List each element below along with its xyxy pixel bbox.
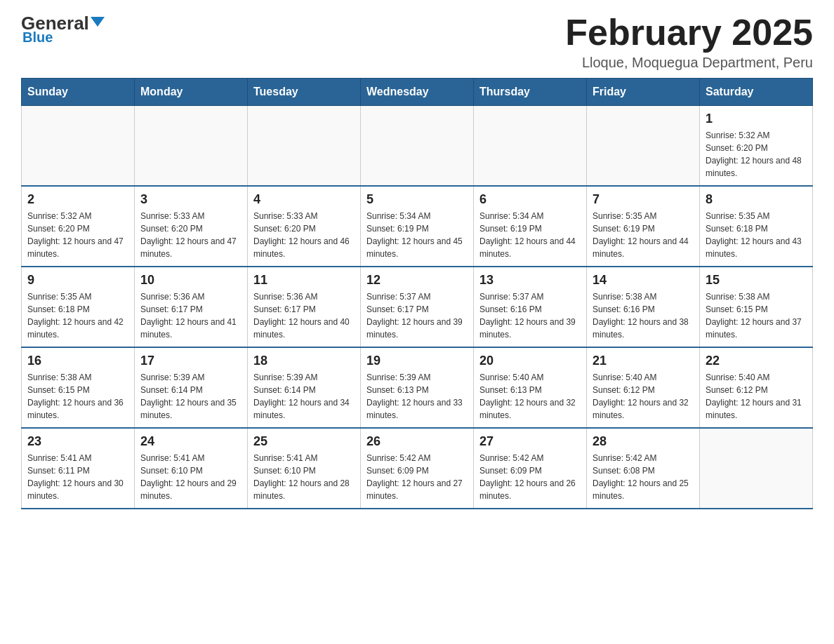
day-number: 12	[366, 273, 468, 288]
calendar-cell: 4Sunrise: 5:33 AMSunset: 6:20 PMDaylight…	[248, 186, 361, 267]
day-number: 9	[27, 273, 128, 288]
day-number: 7	[593, 192, 694, 207]
calendar-cell: 21Sunrise: 5:40 AMSunset: 6:12 PMDayligh…	[587, 347, 700, 428]
day-info: Sunrise: 5:39 AMSunset: 6:14 PMDaylight:…	[253, 371, 355, 422]
day-info: Sunrise: 5:41 AMSunset: 6:10 PMDaylight:…	[253, 452, 355, 502]
day-info: Sunrise: 5:37 AMSunset: 6:17 PMDaylight:…	[366, 290, 468, 341]
day-number: 25	[253, 434, 355, 449]
calendar-cell: 2Sunrise: 5:32 AMSunset: 6:20 PMDaylight…	[22, 186, 135, 267]
calendar-week-5: 23Sunrise: 5:41 AMSunset: 6:11 PMDayligh…	[22, 428, 813, 509]
day-number: 28	[593, 434, 694, 449]
calendar-cell	[587, 106, 700, 187]
calendar-table: SundayMondayTuesdayWednesdayThursdayFrid…	[21, 78, 813, 509]
day-info: Sunrise: 5:40 AMSunset: 6:12 PMDaylight:…	[706, 371, 807, 422]
calendar-cell: 5Sunrise: 5:34 AMSunset: 6:19 PMDaylight…	[361, 186, 474, 267]
day-info: Sunrise: 5:39 AMSunset: 6:14 PMDaylight:…	[140, 371, 241, 422]
calendar-header: SundayMondayTuesdayWednesdayThursdayFrid…	[22, 79, 813, 106]
calendar-cell: 6Sunrise: 5:34 AMSunset: 6:19 PMDaylight…	[474, 186, 587, 267]
day-number: 22	[706, 354, 807, 368]
calendar-cell: 23Sunrise: 5:41 AMSunset: 6:11 PMDayligh…	[22, 428, 135, 509]
calendar-cell: 1Sunrise: 5:32 AMSunset: 6:20 PMDaylight…	[700, 106, 813, 187]
day-number: 21	[593, 354, 694, 368]
calendar-week-4: 16Sunrise: 5:38 AMSunset: 6:15 PMDayligh…	[22, 347, 813, 428]
weekday-header-friday: Friday	[587, 79, 700, 106]
day-info: Sunrise: 5:35 AMSunset: 6:18 PMDaylight:…	[27, 290, 128, 341]
day-info: Sunrise: 5:32 AMSunset: 6:20 PMDaylight:…	[706, 129, 807, 180]
day-number: 4	[253, 192, 355, 207]
day-number: 24	[140, 434, 241, 449]
title-area: February 2025 Lloque, Moquegua Departmen…	[565, 14, 813, 71]
weekday-header-thursday: Thursday	[474, 79, 587, 106]
day-info: Sunrise: 5:35 AMSunset: 6:19 PMDaylight:…	[593, 210, 694, 260]
calendar-cell: 14Sunrise: 5:38 AMSunset: 6:16 PMDayligh…	[587, 267, 700, 347]
day-info: Sunrise: 5:42 AMSunset: 6:09 PMDaylight:…	[366, 452, 468, 502]
calendar-cell: 26Sunrise: 5:42 AMSunset: 6:09 PMDayligh…	[361, 428, 474, 509]
day-info: Sunrise: 5:40 AMSunset: 6:12 PMDaylight:…	[593, 371, 694, 422]
day-info: Sunrise: 5:41 AMSunset: 6:11 PMDaylight:…	[27, 452, 128, 502]
day-number: 17	[140, 354, 241, 368]
calendar-cell: 24Sunrise: 5:41 AMSunset: 6:10 PMDayligh…	[135, 428, 248, 509]
day-info: Sunrise: 5:35 AMSunset: 6:18 PMDaylight:…	[706, 210, 807, 260]
calendar-body: 1Sunrise: 5:32 AMSunset: 6:20 PMDaylight…	[22, 106, 813, 509]
calendar-cell: 3Sunrise: 5:33 AMSunset: 6:20 PMDaylight…	[135, 186, 248, 267]
day-number: 20	[479, 354, 581, 368]
calendar-cell: 16Sunrise: 5:38 AMSunset: 6:15 PMDayligh…	[22, 347, 135, 428]
calendar-cell	[22, 106, 135, 187]
day-number: 27	[479, 434, 581, 449]
location-subtitle: Lloque, Moquegua Department, Peru	[565, 55, 813, 71]
calendar-cell: 12Sunrise: 5:37 AMSunset: 6:17 PMDayligh…	[361, 267, 474, 347]
calendar-cell: 22Sunrise: 5:40 AMSunset: 6:12 PMDayligh…	[700, 347, 813, 428]
day-number: 16	[27, 354, 128, 368]
day-number: 6	[479, 192, 581, 207]
day-info: Sunrise: 5:40 AMSunset: 6:13 PMDaylight:…	[479, 371, 581, 422]
day-number: 3	[140, 192, 241, 207]
calendar-cell: 7Sunrise: 5:35 AMSunset: 6:19 PMDaylight…	[587, 186, 700, 267]
day-info: Sunrise: 5:33 AMSunset: 6:20 PMDaylight:…	[140, 210, 241, 260]
day-info: Sunrise: 5:34 AMSunset: 6:19 PMDaylight:…	[366, 210, 468, 260]
calendar-cell	[135, 106, 248, 187]
day-info: Sunrise: 5:41 AMSunset: 6:10 PMDaylight:…	[140, 452, 241, 502]
weekday-header-sunday: Sunday	[22, 79, 135, 106]
calendar-week-3: 9Sunrise: 5:35 AMSunset: 6:18 PMDaylight…	[22, 267, 813, 347]
calendar-cell: 28Sunrise: 5:42 AMSunset: 6:08 PMDayligh…	[587, 428, 700, 509]
day-info: Sunrise: 5:36 AMSunset: 6:17 PMDaylight:…	[253, 290, 355, 341]
day-number: 18	[253, 354, 355, 368]
logo-triangle-icon	[91, 17, 105, 27]
weekday-header-tuesday: Tuesday	[248, 79, 361, 106]
weekday-header-monday: Monday	[135, 79, 248, 106]
day-info: Sunrise: 5:38 AMSunset: 6:15 PMDaylight:…	[27, 371, 128, 422]
day-info: Sunrise: 5:33 AMSunset: 6:20 PMDaylight:…	[253, 210, 355, 260]
calendar-cell: 25Sunrise: 5:41 AMSunset: 6:10 PMDayligh…	[248, 428, 361, 509]
day-info: Sunrise: 5:42 AMSunset: 6:09 PMDaylight:…	[479, 452, 581, 502]
day-info: Sunrise: 5:39 AMSunset: 6:13 PMDaylight:…	[366, 371, 468, 422]
day-number: 8	[706, 192, 807, 207]
day-number: 2	[27, 192, 128, 207]
day-number: 19	[366, 354, 468, 368]
calendar-cell	[361, 106, 474, 187]
day-number: 5	[366, 192, 468, 207]
weekday-header-saturday: Saturday	[700, 79, 813, 106]
weekday-header-row: SundayMondayTuesdayWednesdayThursdayFrid…	[22, 79, 813, 106]
calendar-cell: 19Sunrise: 5:39 AMSunset: 6:13 PMDayligh…	[361, 347, 474, 428]
logo-blue: Blue	[22, 29, 53, 46]
calendar-cell	[248, 106, 361, 187]
calendar-cell: 27Sunrise: 5:42 AMSunset: 6:09 PMDayligh…	[474, 428, 587, 509]
calendar-cell: 9Sunrise: 5:35 AMSunset: 6:18 PMDaylight…	[22, 267, 135, 347]
day-number: 1	[706, 112, 807, 126]
calendar-week-1: 1Sunrise: 5:32 AMSunset: 6:20 PMDaylight…	[22, 106, 813, 187]
logo: General Blue	[21, 14, 105, 46]
day-number: 14	[593, 273, 694, 288]
day-info: Sunrise: 5:38 AMSunset: 6:16 PMDaylight:…	[593, 290, 694, 341]
calendar-cell: 20Sunrise: 5:40 AMSunset: 6:13 PMDayligh…	[474, 347, 587, 428]
day-info: Sunrise: 5:37 AMSunset: 6:16 PMDaylight:…	[479, 290, 581, 341]
calendar-cell: 11Sunrise: 5:36 AMSunset: 6:17 PMDayligh…	[248, 267, 361, 347]
calendar-cell: 13Sunrise: 5:37 AMSunset: 6:16 PMDayligh…	[474, 267, 587, 347]
day-number: 26	[366, 434, 468, 449]
day-info: Sunrise: 5:34 AMSunset: 6:19 PMDaylight:…	[479, 210, 581, 260]
day-number: 13	[479, 273, 581, 288]
calendar-cell: 8Sunrise: 5:35 AMSunset: 6:18 PMDaylight…	[700, 186, 813, 267]
day-info: Sunrise: 5:38 AMSunset: 6:15 PMDaylight:…	[706, 290, 807, 341]
month-year-title: February 2025	[565, 14, 813, 51]
day-number: 11	[253, 273, 355, 288]
day-info: Sunrise: 5:42 AMSunset: 6:08 PMDaylight:…	[593, 452, 694, 502]
